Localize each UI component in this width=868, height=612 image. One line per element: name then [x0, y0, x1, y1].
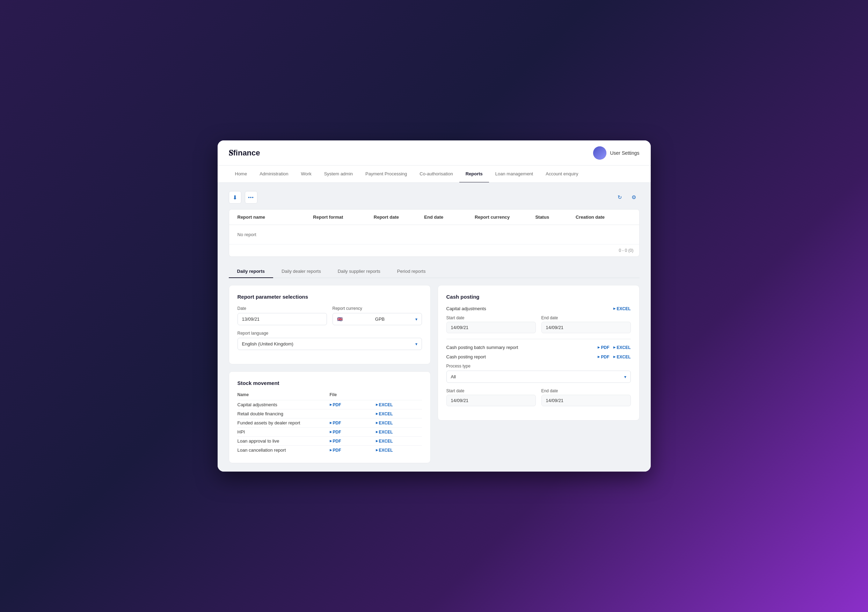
sm-row-3: HPI PDF EXCEL [237, 427, 422, 436]
batch-summary-pdf[interactable]: PDF [598, 345, 609, 350]
language-group: Report language English (United Kingdom)… [237, 331, 422, 350]
capital-adjustments-row: Capital adjustments EXCEL [446, 306, 631, 311]
table-body: No report [229, 225, 639, 244]
toolbar: ⬇ ••• ↻ ⚙ [229, 191, 640, 204]
sm-excel-btn-1[interactable]: EXCEL [376, 412, 393, 417]
date-input[interactable] [237, 313, 327, 325]
currency-chevron: ▾ [415, 317, 417, 322]
user-settings[interactable]: User Settings [593, 146, 639, 160]
end-date-label-2: End date [541, 389, 631, 394]
sm-header: Name File [237, 392, 422, 397]
two-col-layout: Report parameter selections Date Report … [229, 285, 640, 463]
end-date-value-2: 14/09/21 [541, 395, 631, 406]
right-column: Cash posting Capital adjustments EXCEL S… [438, 285, 640, 463]
logo-text: finance [233, 149, 260, 158]
sm-pdf-0[interactable]: PDF [330, 403, 341, 407]
sm-excel-btn-3[interactable]: EXCEL [376, 430, 393, 435]
report-params-title: Report parameter selections [237, 294, 422, 300]
process-type-select[interactable]: All ▾ [446, 370, 631, 383]
nav-administration[interactable]: Administration [253, 166, 294, 183]
date-currency-row: Date Report currency 🇬🇧 GPB ▾ [237, 306, 422, 331]
nav-loan-management[interactable]: Loan management [489, 166, 539, 183]
col-end-date: End date [421, 209, 472, 225]
sm-name-4: Loan approval to live [237, 438, 330, 444]
sm-pdf-3[interactable]: PDF [330, 430, 341, 435]
date-group: Date [237, 306, 327, 325]
process-type-chevron: ▾ [624, 375, 626, 380]
sm-excel-2: EXCEL [376, 421, 422, 426]
end-date-label-1: End date [541, 315, 631, 320]
download-button[interactable]: ⬇ [229, 191, 241, 204]
sm-row-4: Loan approval to live PDF EXCEL [237, 436, 422, 445]
left-column: Report parameter selections Date Report … [229, 285, 431, 463]
gear-icon: ⚙ [631, 194, 636, 200]
capital-adjustments-excel[interactable]: EXCEL [613, 306, 631, 311]
sm-excel-btn-0[interactable]: EXCEL [376, 403, 393, 407]
more-button[interactable]: ••• [245, 191, 257, 204]
batch-summary-excel[interactable]: EXCEL [613, 345, 631, 350]
language-chevron: ▾ [415, 342, 417, 347]
nav-work[interactable]: Work [295, 166, 318, 183]
sm-pdf-4[interactable]: PDF [330, 439, 341, 444]
nav-reports[interactable]: Reports [459, 166, 489, 183]
cash-posting-card: Cash posting Capital adjustments EXCEL S… [438, 285, 640, 421]
nav-system-admin[interactable]: System admin [318, 166, 359, 183]
col-status: Status [532, 209, 573, 225]
sm-col-file2 [376, 392, 422, 397]
stock-movement-title: Stock movement [237, 380, 422, 386]
currency-label: Report currency [333, 306, 422, 311]
pagination-text: 0 - 0 (0) [618, 248, 633, 253]
cash-posting-report-row: Cash posting report PDF EXCEL [446, 354, 631, 359]
tab-period-reports[interactable]: Period reports [389, 265, 434, 278]
col-report-date: Report date [371, 209, 422, 225]
report-params-card: Report parameter selections Date Report … [229, 285, 431, 364]
start-date-wrap-1: Start date 14/09/21 [446, 315, 536, 333]
cash-posting-report-actions: PDF EXCEL [598, 355, 631, 359]
sm-excel-5: EXCEL [376, 448, 422, 453]
language-label: Report language [237, 331, 422, 336]
nav-payment-processing[interactable]: Payment Processing [359, 166, 413, 183]
sm-actions-0: PDF [330, 403, 376, 407]
sm-col-file: File [330, 392, 376, 397]
stock-movement-card: Stock movement Name File Capital adjustm… [229, 371, 431, 463]
tab-daily-supplier-reports[interactable]: Daily supplier reports [329, 265, 389, 278]
no-report-text: No report [237, 230, 631, 239]
refresh-button[interactable]: ↻ [614, 192, 626, 203]
sm-excel-0: EXCEL [376, 403, 422, 407]
main-window: 𝐒 finance User Settings Home Administrat… [218, 140, 651, 472]
cash-posting-report-excel[interactable]: EXCEL [613, 355, 631, 359]
start-date-value-1: 14/09/21 [446, 322, 536, 333]
sm-name-1: Retail double financing [237, 411, 330, 417]
sm-pdf-5[interactable]: PDF [330, 448, 341, 453]
currency-select[interactable]: 🇬🇧 GPB ▾ [333, 313, 422, 325]
avatar-image [593, 146, 606, 160]
date-label: Date [237, 306, 327, 311]
start-date-wrap-2: Start date 14/09/21 [446, 389, 536, 406]
nav-home[interactable]: Home [229, 166, 254, 183]
avatar [593, 146, 606, 160]
nav-account-enquiry[interactable]: Account enquiry [539, 166, 584, 183]
sm-pdf-2[interactable]: PDF [330, 421, 341, 426]
refresh-icon: ↻ [618, 194, 622, 200]
more-icon: ••• [248, 195, 254, 200]
start-date-label-2: Start date [446, 389, 536, 394]
nav-co-authorisation[interactable]: Co-authorisation [413, 166, 459, 183]
currency-value: GPB [375, 316, 384, 322]
sm-excel-btn-2[interactable]: EXCEL [376, 421, 393, 426]
date-row-1: Start date 14/09/21 End date 14/09/21 [446, 315, 631, 333]
cash-posting-report-pdf[interactable]: PDF [598, 355, 609, 359]
sm-excel-1: EXCEL [376, 412, 422, 417]
sm-excel-btn-5[interactable]: EXCEL [376, 448, 393, 453]
sm-name-2: Funded assets by dealer report [237, 420, 330, 426]
col-report-format: Report format [310, 209, 370, 225]
sm-name-5: Loan cancellation report [237, 448, 330, 453]
end-date-value-1: 14/09/21 [541, 322, 631, 333]
sm-excel-4: EXCEL [376, 439, 422, 444]
language-select[interactable]: English (United Kingdom) ▾ [237, 338, 422, 350]
sm-row-5: Loan cancellation report PDF EXCEL [237, 445, 422, 454]
tab-daily-reports[interactable]: Daily reports [229, 265, 273, 278]
sm-excel-btn-4[interactable]: EXCEL [376, 439, 393, 444]
tab-daily-dealer-reports[interactable]: Daily dealer reports [273, 265, 329, 278]
toolbar-right: ↻ ⚙ [614, 192, 640, 203]
settings-button[interactable]: ⚙ [628, 192, 640, 203]
